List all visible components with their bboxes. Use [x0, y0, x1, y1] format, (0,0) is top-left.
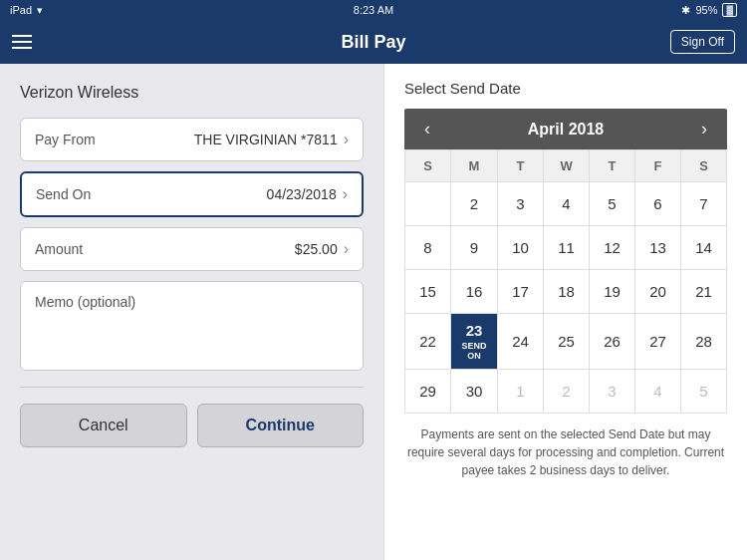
calendar-day: 2 [544, 370, 590, 414]
calendar-day[interactable]: 17 [498, 270, 544, 314]
day-header-thu: T [590, 150, 635, 182]
pay-from-row[interactable]: Pay From THE VIRGINIAN *7811 › [20, 118, 364, 161]
day-header-wed: W [544, 150, 590, 182]
battery-icon: ▓ [722, 3, 737, 17]
status-left: iPad ▾ [10, 4, 43, 17]
calendar-day[interactable]: 12 [590, 226, 635, 270]
calendar-week-2: 15161718192021 [405, 270, 727, 314]
divider [20, 387, 364, 388]
calendar-day[interactable]: 3 [498, 182, 544, 226]
calendar-day[interactable]: 18 [544, 270, 590, 314]
nav-bar: Bill Pay Sign Off [0, 20, 747, 64]
day-header-mon: M [450, 150, 497, 182]
calendar-day[interactable]: 29 [405, 370, 451, 414]
calendar-header: ‹ April 2018 › [404, 109, 727, 149]
calendar-prev-button[interactable]: ‹ [418, 119, 436, 140]
calendar-day: 5 [680, 370, 726, 414]
pay-from-chevron-icon: › [344, 131, 349, 148]
calendar-day[interactable]: 24 [498, 314, 544, 370]
calendar-note: Payments are sent on the selected Send D… [404, 425, 727, 479]
calendar-day[interactable]: 15 [405, 270, 451, 314]
day-header-sun: S [405, 150, 451, 182]
calendar-day[interactable]: 13 [635, 226, 681, 270]
main-content: Verizon Wireless Pay From THE VIRGINIAN … [0, 64, 747, 560]
cancel-button[interactable]: Cancel [20, 404, 187, 447]
hamburger-button[interactable] [12, 35, 32, 49]
status-bar: iPad ▾ 8:23 AM ✱ 95% ▓ [0, 0, 747, 20]
amount-label: Amount [35, 241, 105, 257]
calendar-day[interactable]: 7 [680, 182, 726, 226]
calendar-grid: S M T W T F S 23456789101112131415161718… [404, 149, 727, 414]
calendar-day: 1 [498, 370, 544, 414]
calendar-day[interactable]: 10 [498, 226, 544, 270]
amount-value: $25.00 [105, 241, 338, 257]
left-panel: Verizon Wireless Pay From THE VIRGINIAN … [0, 64, 383, 560]
send-on-label: Send On [36, 186, 106, 202]
calendar-week-3: 2223SEND ON2425262728 [405, 314, 727, 370]
calendar-day: 4 [635, 370, 681, 414]
calendar-week-0: 234567 [405, 182, 727, 226]
wifi-icon: ▾ [37, 4, 43, 17]
calendar-day[interactable]: 23SEND ON [450, 314, 497, 370]
pay-from-value: THE VIRGINIAN *7811 [105, 132, 338, 147]
calendar-day[interactable]: 8 [405, 226, 451, 270]
calendar-month-year: April 2018 [528, 121, 604, 139]
calendar-day[interactable]: 20 [635, 270, 681, 314]
calendar-day[interactable]: 16 [450, 270, 497, 314]
calendar-day[interactable]: 19 [590, 270, 635, 314]
calendar-week-1: 891011121314 [405, 226, 727, 270]
send-on-value: 04/23/2018 [106, 186, 337, 202]
payee-name: Verizon Wireless [20, 84, 364, 102]
calendar-day[interactable]: 6 [635, 182, 681, 226]
device-label: iPad [10, 4, 32, 16]
calendar-day[interactable]: 4 [544, 182, 590, 226]
calendar-day[interactable]: 28 [680, 314, 726, 370]
nav-title: Bill Pay [341, 32, 405, 53]
calendar-next-button[interactable]: › [695, 119, 713, 140]
calendar-day[interactable]: 22 [405, 314, 451, 370]
calendar-day[interactable]: 21 [680, 270, 726, 314]
battery-label: 95% [695, 4, 717, 16]
day-header-tue: T [498, 150, 544, 182]
calendar-day[interactable]: 25 [544, 314, 590, 370]
right-panel: Select Send Date ‹ April 2018 › S M T W … [383, 64, 747, 560]
pay-from-label: Pay From [35, 132, 105, 147]
day-header-fri: F [635, 150, 681, 182]
sign-off-button[interactable]: Sign Off [670, 30, 735, 54]
day-header-sat: S [680, 150, 726, 182]
send-on-row[interactable]: Send On 04/23/2018 › [20, 171, 364, 217]
calendar-day[interactable]: 2 [450, 182, 497, 226]
send-on-chevron-icon: › [343, 185, 348, 203]
button-row: Cancel Continue [20, 404, 364, 447]
calendar-day: 3 [590, 370, 635, 414]
memo-label: Memo (optional) [35, 294, 135, 310]
continue-button[interactable]: Continue [197, 404, 365, 447]
amount-row[interactable]: Amount $25.00 › [20, 227, 364, 271]
status-right: ✱ 95% ▓ [681, 3, 737, 17]
calendar-day [405, 182, 451, 226]
calendar-day-headers: S M T W T F S [405, 150, 727, 182]
memo-box[interactable]: Memo (optional) [20, 281, 364, 371]
calendar-day[interactable]: 11 [544, 226, 590, 270]
calendar-day[interactable]: 26 [590, 314, 635, 370]
calendar-day[interactable]: 5 [590, 182, 635, 226]
calendar-day[interactable]: 9 [450, 226, 497, 270]
calendar-day[interactable]: 30 [450, 370, 497, 414]
calendar-section-title: Select Send Date [404, 80, 727, 97]
calendar-day[interactable]: 14 [680, 226, 726, 270]
calendar-day[interactable]: 27 [635, 314, 681, 370]
calendar-week-4: 293012345 [405, 370, 727, 414]
status-time: 8:23 AM [354, 4, 393, 16]
bluetooth-icon: ✱ [681, 4, 690, 17]
amount-chevron-icon: › [344, 240, 349, 258]
